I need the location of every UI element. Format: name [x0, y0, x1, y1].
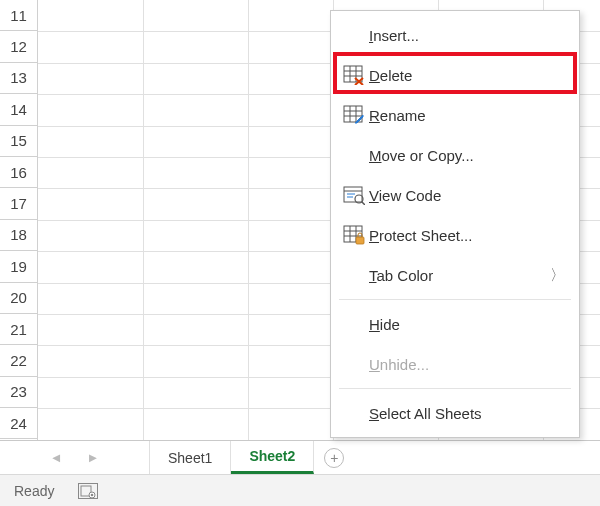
row-header[interactable]: 16 — [0, 157, 37, 188]
row-number: 18 — [10, 226, 27, 243]
row-number: 22 — [10, 352, 27, 369]
menu-separator — [339, 299, 571, 300]
plus-icon: + — [324, 448, 344, 468]
menu-hide[interactable]: Hide — [331, 304, 579, 344]
sheet-tab-active[interactable]: Sheet2 — [231, 441, 314, 474]
menu-separator — [339, 388, 571, 389]
row-number: 20 — [10, 289, 27, 306]
tab-label: Sheet1 — [168, 450, 212, 466]
menu-unhide: Unhide... — [331, 344, 579, 384]
row-header[interactable]: 18 — [0, 220, 37, 251]
row-header[interactable]: 17 — [0, 188, 37, 219]
status-ready-label: Ready — [14, 483, 54, 499]
status-bar: Ready — [0, 474, 600, 506]
row-number: 24 — [10, 415, 27, 432]
tab-nav: ◄ ► — [0, 441, 150, 474]
rename-icon — [339, 105, 369, 125]
menu-label: Select All Sheets — [369, 405, 565, 422]
row-number: 19 — [10, 258, 27, 275]
svg-point-3 — [91, 493, 94, 496]
delete-sheet-icon — [339, 65, 369, 85]
row-header[interactable]: 11 — [0, 0, 37, 31]
menu-rename[interactable]: Rename — [331, 95, 579, 135]
menu-label: Move or Copy... — [369, 147, 565, 164]
row-header[interactable]: 22 — [0, 345, 37, 376]
menu-move-copy[interactable]: Move or Copy... — [331, 135, 579, 175]
row-number: 21 — [10, 321, 27, 338]
view-code-icon — [339, 185, 369, 205]
menu-insert[interactable]: Insert... — [331, 15, 579, 55]
row-number: 14 — [10, 101, 27, 118]
menu-label: Hide — [369, 316, 565, 333]
menu-label: Insert... — [369, 27, 565, 44]
sheet-tabs: Sheet1 Sheet2 — [150, 441, 314, 474]
chevron-right-icon: 〉 — [549, 266, 565, 285]
row-headers: 11 12 13 14 15 16 17 18 19 20 21 22 23 2… — [0, 0, 38, 440]
macro-record-icon[interactable] — [78, 483, 98, 499]
row-header[interactable]: 14 — [0, 94, 37, 125]
row-number: 17 — [10, 195, 27, 212]
row-number: 15 — [10, 132, 27, 149]
row-header[interactable]: 15 — [0, 126, 37, 157]
row-header[interactable]: 21 — [0, 314, 37, 345]
menu-tab-color[interactable]: Tab Color 〉 — [331, 255, 579, 295]
row-header[interactable]: 20 — [0, 283, 37, 314]
row-header[interactable]: 19 — [0, 251, 37, 282]
menu-delete[interactable]: Delete — [331, 55, 579, 95]
sheet-tab-bar: ◄ ► Sheet1 Sheet2 + — [0, 440, 600, 474]
menu-label: View Code — [369, 187, 565, 204]
menu-label: Tab Color — [369, 267, 549, 284]
row-number: 13 — [10, 69, 27, 86]
sheet-context-menu: Insert... Delete — [330, 10, 580, 438]
menu-label: Delete — [369, 67, 565, 84]
row-header[interactable]: 13 — [0, 63, 37, 94]
menu-label: Unhide... — [369, 356, 565, 373]
svg-rect-27 — [356, 237, 364, 244]
row-header[interactable]: 12 — [0, 31, 37, 62]
menu-view-code[interactable]: View Code — [331, 175, 579, 215]
row-number: 16 — [10, 164, 27, 181]
row-header[interactable]: 24 — [0, 408, 37, 439]
menu-select-all-sheets[interactable]: Select All Sheets — [331, 393, 579, 433]
menu-label: Protect Sheet... — [369, 227, 565, 244]
protect-sheet-icon — [339, 225, 369, 245]
svg-line-21 — [362, 202, 365, 205]
tab-prev-icon[interactable]: ◄ — [50, 450, 63, 465]
row-number: 11 — [10, 7, 27, 24]
svg-rect-4 — [344, 66, 362, 82]
new-sheet-button[interactable]: + — [314, 441, 354, 474]
tab-next-icon[interactable]: ► — [87, 450, 100, 465]
row-header[interactable]: 23 — [0, 377, 37, 408]
tab-label: Sheet2 — [249, 448, 295, 464]
row-number: 12 — [10, 38, 27, 55]
menu-label: Rename — [369, 107, 565, 124]
menu-protect-sheet[interactable]: Protect Sheet... — [331, 215, 579, 255]
row-number: 23 — [10, 383, 27, 400]
sheet-tab[interactable]: Sheet1 — [150, 441, 231, 474]
